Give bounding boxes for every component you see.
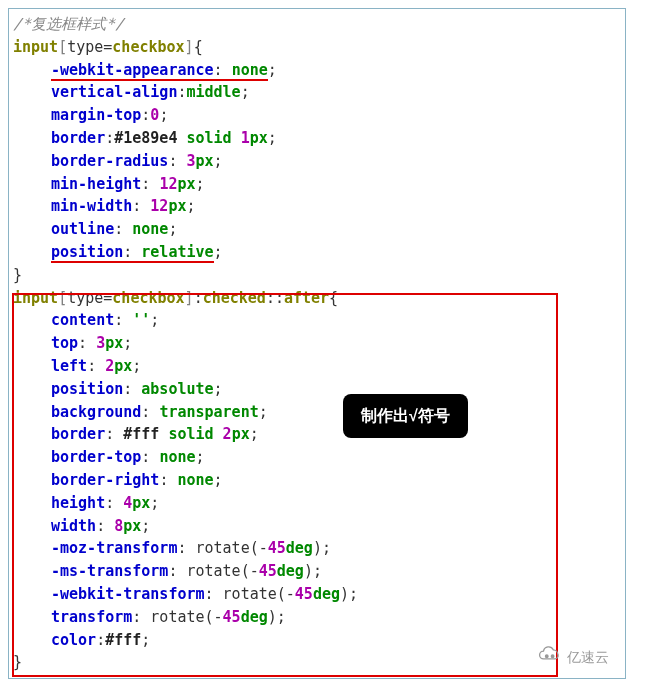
decl: border-radius: 3px; — [13, 150, 621, 173]
decl: border:#1e89e4 solid 1px; — [13, 127, 621, 150]
decl: -webkit-appearance: none; — [13, 59, 621, 82]
decl: margin-top:0; — [13, 104, 621, 127]
comment-line: /*复选框样式*/ — [13, 13, 621, 36]
decl: transform: rotate(-45deg); — [13, 606, 621, 629]
decl: outline: none; — [13, 218, 621, 241]
svg-point-1 — [551, 655, 554, 658]
selector-line-2: input[type=checkbox]:checked::after{ — [13, 287, 621, 310]
decl: background: transparent; — [13, 401, 621, 424]
decl: width: 8px; — [13, 515, 621, 538]
decl: -webkit-transform: rotate(-45deg); — [13, 583, 621, 606]
decl: -moz-transform: rotate(-45deg); — [13, 537, 621, 560]
brace-close: } — [13, 264, 621, 287]
decl: position: absolute; — [13, 378, 621, 401]
code-block: /*复选框样式*/ input[type=checkbox]{ -webkit-… — [8, 8, 626, 679]
decl: vertical-align:middle; — [13, 81, 621, 104]
watermark-text: 亿速云 — [567, 647, 609, 668]
brace-close: } — [13, 651, 621, 674]
decl: border-top: none; — [13, 446, 621, 469]
decl: left: 2px; — [13, 355, 621, 378]
decl: min-width: 12px; — [13, 195, 621, 218]
svg-point-0 — [545, 655, 548, 658]
decl: height: 4px; — [13, 492, 621, 515]
annotation-callout: 制作出√符号 — [343, 394, 468, 438]
watermark: 亿速云 — [537, 646, 609, 670]
selector-line-1: input[type=checkbox]{ — [13, 36, 621, 59]
cloud-icon — [537, 646, 563, 670]
decl: -ms-transform: rotate(-45deg); — [13, 560, 621, 583]
decl: border-right: none; — [13, 469, 621, 492]
decl: min-height: 12px; — [13, 173, 621, 196]
decl: color:#fff; — [13, 629, 621, 652]
decl: top: 3px; — [13, 332, 621, 355]
decl: border: #fff solid 2px; — [13, 423, 621, 446]
decl: content: ''; — [13, 309, 621, 332]
decl: position: relative; — [13, 241, 621, 264]
